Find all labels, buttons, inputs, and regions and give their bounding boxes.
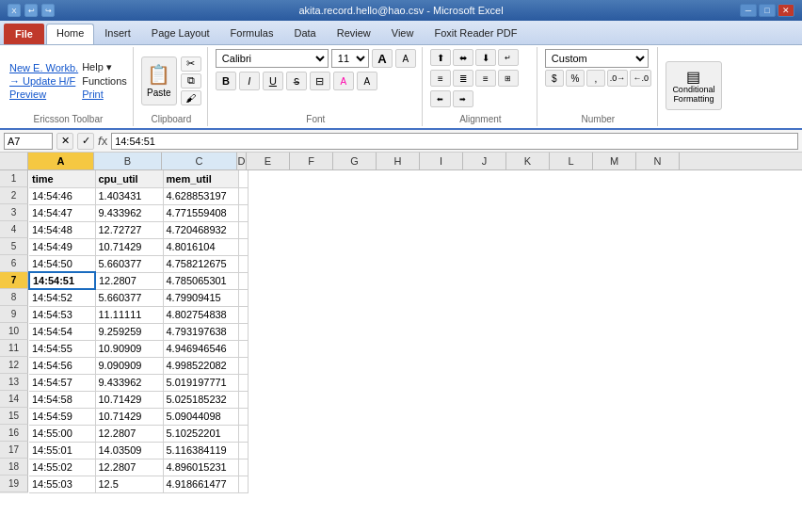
print-link[interactable]: Print — [82, 89, 127, 100]
font-size-select[interactable]: 11 — [331, 49, 369, 68]
conditional-formatting-button[interactable]: ▤ Conditional Formatting — [666, 61, 722, 110]
center-align-button[interactable]: ≣ — [453, 70, 473, 87]
cell-c-19[interactable]: 4.918661477 — [163, 476, 238, 492]
table-row[interactable]: 14:54:5112.28074.785065301 — [29, 272, 249, 289]
cell-b-14[interactable]: 10.71429 — [95, 391, 163, 408]
cell-a-5[interactable]: 14:54:49 — [29, 238, 95, 255]
cell-c-8[interactable]: 4.79909415 — [163, 289, 238, 306]
table-row[interactable]: 14:54:569.0909094.998522082 — [29, 357, 249, 374]
tab-foxit[interactable]: Foxit Reader PDF — [424, 24, 527, 44]
cell-a-10[interactable]: 14:54:54 — [29, 323, 95, 340]
update-hf-link[interactable]: → Update H/F — [9, 75, 78, 87]
tab-review[interactable]: Review — [327, 24, 381, 44]
format-painter-button[interactable]: 🖌 — [181, 90, 201, 105]
font-color-button[interactable]: A — [357, 72, 377, 90]
col-header-d[interactable]: D — [237, 153, 247, 169]
indent-decrease-button[interactable]: ⬅ — [430, 90, 451, 107]
table-row[interactable]: 14:54:479.4339624.771559408 — [29, 204, 249, 221]
italic-button[interactable]: I — [239, 72, 260, 90]
table-row[interactable]: 14:55:0312.54.918661477 — [29, 476, 249, 492]
table-row[interactable]: 14:54:5510.909094.946946546 — [29, 340, 249, 357]
increase-decimal-button[interactable]: .0→ — [607, 70, 629, 87]
cell-b-11[interactable]: 10.90909 — [95, 340, 163, 357]
cell-a-4[interactable]: 14:54:48 — [29, 221, 95, 238]
tab-view[interactable]: View — [381, 24, 425, 44]
col-header-h[interactable]: H — [377, 153, 420, 169]
percent-button[interactable]: % — [566, 70, 585, 87]
cell-c-2[interactable]: 4.628853197 — [163, 187, 238, 204]
cell-a-16[interactable]: 14:55:00 — [29, 425, 95, 442]
cancel-formula-button[interactable]: ✕ — [56, 133, 73, 150]
cell-a-19[interactable]: 14:55:03 — [29, 476, 95, 492]
cell-a-14[interactable]: 14:54:58 — [29, 391, 95, 408]
comma-button[interactable]: , — [586, 70, 605, 87]
decrease-font-button[interactable]: A — [395, 49, 416, 68]
cell-a-17[interactable]: 14:55:01 — [29, 442, 95, 459]
col-header-e[interactable]: E — [247, 153, 290, 169]
table-row[interactable]: 14:54:505.6603774.758212675 — [29, 255, 249, 272]
cell-a-1[interactable]: time — [29, 170, 95, 187]
cell-b-15[interactable]: 10.71429 — [95, 408, 163, 425]
wrap-text-button[interactable]: ↵ — [498, 49, 519, 66]
paste-button[interactable]: 📋 Paste — [141, 56, 177, 105]
tab-page-layout[interactable]: Page Layout — [141, 24, 220, 44]
cell-b-10[interactable]: 9.259259 — [95, 323, 163, 340]
table-row[interactable]: 14:54:4812.727274.720468932 — [29, 221, 249, 238]
bold-button[interactable]: B — [216, 72, 236, 90]
col-header-g[interactable]: G — [333, 153, 377, 169]
table-row[interactable]: 14:54:525.6603774.79909415 — [29, 289, 249, 306]
cell-c-3[interactable]: 4.771559408 — [163, 204, 238, 221]
help-button[interactable]: Help ▾ — [82, 61, 127, 73]
decrease-decimal-button[interactable]: ←.0 — [630, 70, 651, 87]
cell-b-5[interactable]: 10.71429 — [95, 238, 163, 255]
cell-b-3[interactable]: 9.433962 — [95, 204, 163, 221]
tab-home[interactable]: Home — [46, 24, 94, 44]
cell-c-13[interactable]: 5.019197771 — [163, 374, 238, 391]
quick-redo-icon[interactable]: ↪ — [41, 4, 55, 17]
close-button[interactable]: ✕ — [778, 4, 794, 17]
cell-a-2[interactable]: 14:54:46 — [29, 187, 95, 204]
col-header-b[interactable]: B — [94, 153, 162, 169]
minimize-button[interactable]: ─ — [740, 4, 757, 17]
cell-b-12[interactable]: 9.090909 — [95, 357, 163, 374]
table-row[interactable]: 14:54:5810.714295.025185232 — [29, 391, 249, 408]
table-row[interactable]: 14:54:4910.714294.8016104 — [29, 238, 249, 255]
cell-c-1[interactable]: mem_util — [163, 170, 238, 187]
maximize-button[interactable]: □ — [759, 4, 776, 17]
merge-center-button[interactable]: ⊞ — [498, 70, 519, 87]
table-row[interactable]: 14:54:5311.111114.802754838 — [29, 306, 249, 323]
top-align-button[interactable]: ⬆ — [430, 49, 451, 66]
col-header-l[interactable]: L — [550, 153, 593, 169]
cell-b-19[interactable]: 12.5 — [95, 476, 163, 492]
cell-a-12[interactable]: 14:54:56 — [29, 357, 95, 374]
quick-save-icon[interactable]: ↩ — [24, 4, 38, 17]
cell-c-18[interactable]: 4.896015231 — [163, 459, 238, 476]
cut-button[interactable]: ✂ — [181, 56, 201, 72]
left-align-button[interactable]: ≡ — [430, 70, 451, 87]
new-workbook-link[interactable]: New E. Workb. — [9, 62, 78, 73]
number-format-select[interactable]: Custom — [545, 49, 649, 68]
cell-c-4[interactable]: 4.720468932 — [163, 221, 238, 238]
cell-reference-input[interactable] — [4, 133, 53, 150]
table-row[interactable]: 14:54:5910.714295.09044098 — [29, 408, 249, 425]
col-header-m[interactable]: M — [593, 153, 636, 169]
cell-a-13[interactable]: 14:54:57 — [29, 374, 95, 391]
col-header-j[interactable]: J — [463, 153, 506, 169]
col-header-k[interactable]: K — [506, 153, 550, 169]
cell-a-6[interactable]: 14:54:50 — [29, 255, 95, 272]
cell-c-7[interactable]: 4.785065301 — [163, 272, 238, 289]
cell-b-1[interactable]: cpu_util — [95, 170, 163, 187]
window-controls[interactable]: ─ □ ✕ — [740, 4, 794, 17]
cell-c-10[interactable]: 4.793197638 — [163, 323, 238, 340]
right-align-button[interactable]: ≡ — [475, 70, 496, 87]
cell-b-7[interactable]: 12.2807 — [95, 272, 163, 289]
cell-c-5[interactable]: 4.8016104 — [163, 238, 238, 255]
table-row[interactable]: 14:55:0012.28075.10252201 — [29, 425, 249, 442]
preview-link[interactable]: Preview — [9, 89, 78, 100]
col-header-i[interactable]: I — [420, 153, 463, 169]
cell-b-17[interactable]: 14.03509 — [95, 442, 163, 459]
formula-input[interactable] — [111, 133, 798, 150]
table-row[interactable]: timecpu_utilmem_util 024681012141618 14:… — [29, 170, 249, 187]
tab-data[interactable]: Data — [283, 24, 326, 44]
cell-a-8[interactable]: 14:54:52 — [29, 289, 95, 306]
